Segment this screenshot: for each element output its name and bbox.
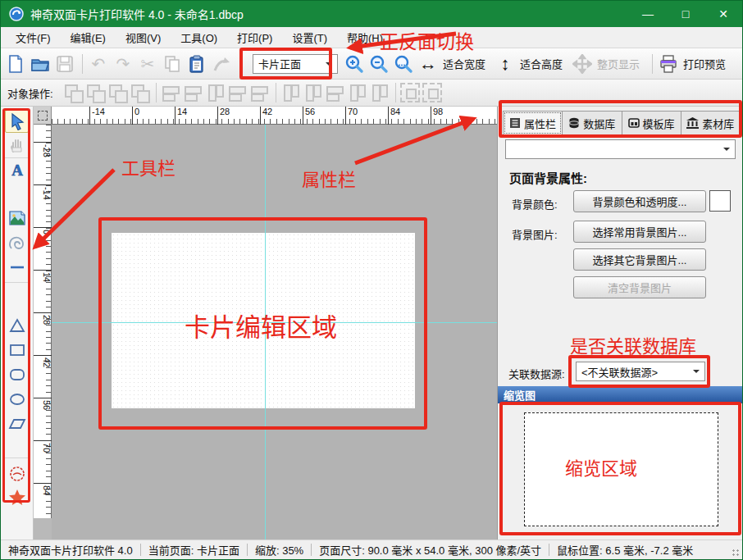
tool-parallelogram[interactable] xyxy=(5,412,29,435)
svg-text:A: A xyxy=(11,162,23,179)
bg-color-label: 背景颜色: xyxy=(512,196,558,212)
window-title: 神奇双面卡片打印软件 4.0 - 未命名1.dbcp xyxy=(30,6,244,22)
status-current-page: 当前页面: 卡片正面 xyxy=(141,542,247,558)
toolbar-separator xyxy=(276,83,276,102)
print-preview-icon[interactable] xyxy=(657,52,680,75)
redo-icon[interactable]: ↷ xyxy=(112,52,134,75)
resize-grip[interactable] xyxy=(732,549,740,557)
same-width-icon[interactable] xyxy=(303,83,322,102)
tool-select[interactable] xyxy=(5,110,29,133)
v-ruler-label: 70 xyxy=(34,440,52,453)
close-button[interactable]: ✕ xyxy=(704,1,742,27)
right-panel-tabs: 属性栏 数据库 模板库 素材库 xyxy=(503,109,741,135)
toolbar-separator xyxy=(82,54,83,74)
cut-icon[interactable]: ✂ xyxy=(136,52,159,75)
fit-width-label[interactable]: 适合宽度 xyxy=(443,56,485,71)
zoom-out-icon[interactable] xyxy=(367,52,390,75)
tool-stamp[interactable] xyxy=(5,462,29,485)
send-backward-icon[interactable] xyxy=(130,83,149,102)
card-page[interactable] xyxy=(112,233,415,408)
chevron-down-icon xyxy=(326,62,332,69)
datasource-value: <不关联数据源> xyxy=(581,364,658,380)
tab-database[interactable]: 数据库 xyxy=(563,111,622,135)
menu-edit[interactable]: 编辑(E) xyxy=(61,27,116,48)
bring-forward-icon[interactable] xyxy=(107,83,127,102)
tool-rectangle[interactable] xyxy=(5,339,29,362)
group-icon[interactable] xyxy=(400,83,420,102)
v-ruler-label: 28 xyxy=(34,312,52,325)
delete-icon[interactable] xyxy=(210,52,233,75)
paste-icon[interactable] xyxy=(185,52,208,75)
tab-materials[interactable]: 素材库 xyxy=(681,111,741,135)
choose-common-bg-button[interactable]: 选择常用背景图片... xyxy=(573,221,706,243)
print-preview-label[interactable]: 打印预览 xyxy=(683,56,726,71)
tool-text[interactable]: A xyxy=(5,159,29,182)
center-vertical-guide xyxy=(265,125,266,540)
tab-properties[interactable]: 属性栏 xyxy=(503,111,563,135)
tool-line[interactable] xyxy=(5,256,29,279)
align-middle-icon[interactable] xyxy=(227,83,247,102)
tool-pan[interactable] xyxy=(5,134,29,157)
v-ruler-end xyxy=(34,518,52,540)
bank-icon xyxy=(686,117,699,129)
page-workspace[interactable] xyxy=(52,125,497,540)
thumbnail-preview[interactable] xyxy=(524,412,718,526)
h-ruler-label: 84 xyxy=(388,107,400,125)
same-height-icon[interactable] xyxy=(325,83,344,102)
distribute-v-icon[interactable] xyxy=(369,83,389,102)
tool-curve[interactable] xyxy=(5,233,29,256)
fit-width-icon[interactable]: ↔ xyxy=(417,52,440,75)
menu-file[interactable]: 文件(F) xyxy=(6,27,61,48)
clear-bg-button[interactable]: 清空背景图片 xyxy=(573,276,706,298)
canvas-area: -14 0 14 28 42 56 70 84 98 -28 -14 0 14 … xyxy=(34,107,497,540)
h-ruler-label: 28 xyxy=(217,107,230,125)
horizontal-ruler: -14 0 14 28 42 56 70 84 98 xyxy=(52,107,497,125)
bg-color-swatch[interactable] xyxy=(709,190,731,212)
distribute-h-icon[interactable] xyxy=(347,83,367,102)
maximize-button[interactable]: □ xyxy=(667,1,704,27)
align-right-icon[interactable] xyxy=(249,83,269,102)
menu-print[interactable]: 打印(P) xyxy=(227,27,282,48)
tab-label: 数据库 xyxy=(583,116,615,131)
copy-icon[interactable] xyxy=(161,52,184,75)
card-side-value: 卡片正面 xyxy=(258,56,301,71)
full-page-icon[interactable] xyxy=(571,52,594,75)
new-file-icon[interactable] xyxy=(4,52,27,75)
undo-icon[interactable]: ↶ xyxy=(87,52,110,75)
bring-front-icon[interactable] xyxy=(63,83,83,102)
datasource-combobox[interactable]: <不关联数据源> xyxy=(576,362,705,381)
menu-settings[interactable]: 设置(T) xyxy=(282,27,337,48)
open-file-icon[interactable] xyxy=(29,52,52,75)
tab-templates[interactable]: 模板库 xyxy=(622,111,681,135)
full-page-label[interactable]: 整页显示 xyxy=(597,56,640,71)
menu-tools[interactable]: 工具(O) xyxy=(171,27,227,48)
fit-height-label[interactable]: 适合高度 xyxy=(520,56,563,71)
zoom-custom-icon[interactable] xyxy=(392,52,415,75)
app-icon xyxy=(9,7,24,21)
tool-image[interactable] xyxy=(5,207,29,230)
card-side-selector[interactable]: 卡片正面 xyxy=(253,54,338,74)
align-center-icon[interactable] xyxy=(183,83,203,102)
right-panel: 属性栏 数据库 模板库 素材库 页面背景属性: 背景颜色: 背景颜色和透明度..… xyxy=(497,107,742,540)
align-top-icon[interactable] xyxy=(205,83,225,102)
fit-height-icon[interactable]: ↕ xyxy=(494,52,517,75)
tool-ellipse[interactable] xyxy=(5,388,29,411)
save-icon[interactable] xyxy=(53,52,76,75)
v-ruler-label: 56 xyxy=(34,398,52,410)
zoom-in-icon[interactable] xyxy=(343,52,366,75)
bg-color-button[interactable]: 背景颜色和透明度... xyxy=(573,190,706,212)
send-back-icon[interactable] xyxy=(85,83,105,102)
ungroup-icon[interactable] xyxy=(422,83,442,102)
minimize-button[interactable]: — xyxy=(629,1,667,27)
menu-help[interactable]: 帮助(H) xyxy=(337,27,393,48)
template-icon xyxy=(628,117,640,129)
align-bottom-icon[interactable] xyxy=(280,83,300,102)
bg-image-label: 背景图片: xyxy=(512,226,558,242)
tool-rounded-rect[interactable] xyxy=(5,363,29,386)
object-selector-combobox[interactable] xyxy=(505,139,736,159)
choose-other-bg-button[interactable]: 选择其它背景图片... xyxy=(573,248,706,271)
tool-triangle[interactable] xyxy=(5,314,29,337)
align-left-icon[interactable] xyxy=(161,83,180,102)
tool-star[interactable] xyxy=(5,486,29,509)
menu-view[interactable]: 视图(V) xyxy=(116,27,171,48)
